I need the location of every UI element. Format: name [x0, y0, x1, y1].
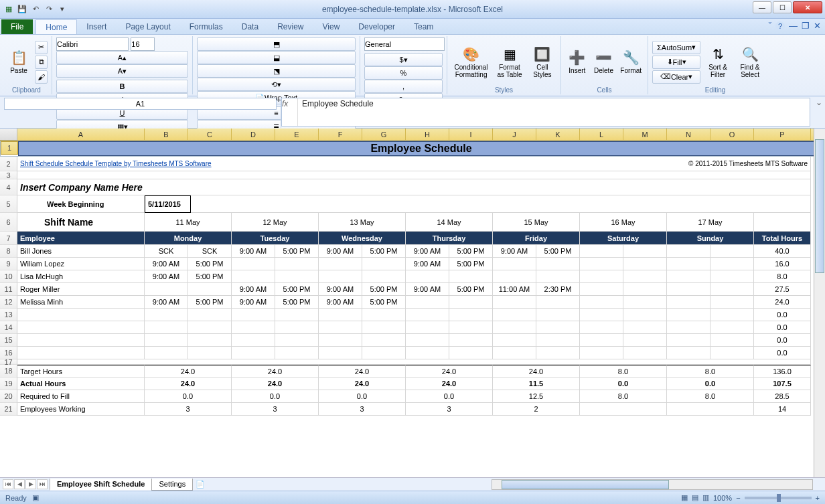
- summary-val[interactable]: 0.0: [145, 390, 232, 403]
- total-hours[interactable]: 16.0: [754, 258, 811, 270]
- shift-cell[interactable]: [188, 283, 232, 296]
- week-begin-value[interactable]: 5/11/2015: [145, 195, 191, 213]
- shift-cell[interactable]: 9:00 AM: [232, 296, 275, 309]
- align-middle-button[interactable]: ⬓: [197, 51, 356, 64]
- decrease-font-button[interactable]: A▾: [56, 64, 188, 78]
- shift-cell[interactable]: [623, 270, 667, 283]
- total-hours[interactable]: 0.0: [754, 347, 811, 359]
- view-layout-button[interactable]: ▤: [692, 493, 698, 502]
- shift-cell[interactable]: [145, 309, 188, 321]
- tab-page-layout[interactable]: Page Layout: [116, 19, 179, 34]
- date-5[interactable]: 16 May: [580, 213, 667, 232]
- shift-cell[interactable]: [275, 258, 319, 270]
- summary-val[interactable]: 8.0: [580, 390, 667, 403]
- bold-button[interactable]: B: [56, 80, 188, 93]
- title-cell[interactable]: Employee Schedule: [18, 141, 824, 156]
- shift-cell[interactable]: [275, 321, 319, 334]
- shift-cell[interactable]: 9:00 AM: [145, 270, 188, 283]
- shift-cell[interactable]: 9:00 AM: [319, 283, 362, 296]
- row-header-3[interactable]: 3: [0, 171, 17, 179]
- shift-cell[interactable]: [580, 296, 623, 309]
- new-sheet-button[interactable]: 📄: [196, 480, 205, 489]
- shift-cell[interactable]: [232, 270, 275, 283]
- undo-icon[interactable]: ↶: [29, 3, 42, 15]
- shift-cell[interactable]: [580, 334, 623, 347]
- row-header-10[interactable]: 10: [0, 270, 17, 283]
- formula-area[interactable]: fx Employee Schedule: [281, 98, 810, 127]
- col-header-F[interactable]: F: [319, 129, 362, 140]
- summary-val[interactable]: 24.0: [319, 365, 406, 377]
- summary-val[interactable]: 24.0: [145, 377, 232, 390]
- blank-cell[interactable]: [191, 195, 811, 213]
- date-0[interactable]: 11 May: [145, 213, 232, 232]
- zoom-out-button[interactable]: −: [736, 494, 740, 502]
- copyright-cell[interactable]: © 2011-2015 Timesheets MTS Software: [362, 157, 811, 171]
- shift-cell[interactable]: 5:00 PM: [275, 296, 319, 309]
- day-header-6[interactable]: Sunday: [667, 232, 754, 245]
- shift-cell[interactable]: 5:00 PM: [449, 258, 493, 270]
- summary-val[interactable]: 24.0: [406, 365, 493, 377]
- shift-cell[interactable]: [667, 296, 710, 309]
- maximize-button[interactable]: ☐: [773, 1, 792, 13]
- employee-name[interactable]: [17, 347, 145, 359]
- macro-record-icon[interactable]: ▣: [32, 493, 39, 502]
- shift-cell[interactable]: [710, 309, 754, 321]
- name-box[interactable]: [4, 98, 277, 110]
- doc-restore-icon[interactable]: ❐: [802, 21, 810, 31]
- cut-button[interactable]: ✂: [35, 41, 48, 54]
- shift-cell[interactable]: [536, 334, 580, 347]
- total-hours[interactable]: 8.0: [754, 270, 811, 283]
- summary-label[interactable]: Actual Hours: [17, 377, 145, 390]
- shift-cell[interactable]: [449, 321, 493, 334]
- hscroll-thumb[interactable]: [502, 480, 669, 489]
- align-top-button[interactable]: ⬒: [197, 37, 356, 51]
- col-header-E[interactable]: E: [275, 129, 319, 140]
- summary-val[interactable]: 24.0: [232, 365, 319, 377]
- shift-cell[interactable]: [667, 270, 710, 283]
- shift-cell[interactable]: [145, 347, 188, 359]
- tab-formulas[interactable]: Formulas: [180, 19, 232, 34]
- vscroll-thumb[interactable]: [815, 139, 824, 273]
- total-hours[interactable]: 0.0: [754, 309, 811, 321]
- row-header-14[interactable]: 14: [0, 321, 17, 334]
- col-header-N[interactable]: N: [667, 129, 710, 140]
- row-header-9[interactable]: 9: [0, 258, 17, 270]
- col-header-K[interactable]: K: [536, 129, 580, 140]
- tab-developer[interactable]: Developer: [349, 19, 404, 34]
- col-header-G[interactable]: G: [362, 129, 406, 140]
- date-1[interactable]: 12 May: [232, 213, 319, 232]
- tab-review[interactable]: Review: [268, 19, 313, 34]
- summary-val[interactable]: 12.5: [493, 390, 580, 403]
- col-header-I[interactable]: I: [449, 129, 493, 140]
- currency-button[interactable]: $▾: [364, 53, 443, 66]
- summary-val[interactable]: 24.0: [145, 365, 232, 377]
- shift-cell[interactable]: [493, 321, 536, 334]
- shift-cell[interactable]: 5:00 PM: [275, 245, 319, 258]
- shift-cell[interactable]: [232, 258, 275, 270]
- total-header[interactable]: Total Hours: [754, 232, 811, 245]
- shift-cell[interactable]: 9:00 AM: [406, 283, 449, 296]
- tab-insert[interactable]: Insert: [77, 19, 116, 34]
- shift-cell[interactable]: [580, 283, 623, 296]
- shift-cell[interactable]: [710, 270, 754, 283]
- shift-cell[interactable]: [667, 334, 710, 347]
- number-format-select[interactable]: [364, 37, 445, 51]
- zoom-slider[interactable]: [745, 497, 812, 499]
- shift-cell[interactable]: [623, 309, 667, 321]
- vertical-scrollbar[interactable]: [814, 129, 825, 477]
- shift-cell[interactable]: [667, 245, 710, 258]
- col-header-A[interactable]: A: [17, 129, 145, 140]
- shift-cell[interactable]: [406, 347, 449, 359]
- col-header-C[interactable]: C: [188, 129, 232, 140]
- shift-cell[interactable]: [493, 270, 536, 283]
- shift-cell[interactable]: [362, 347, 406, 359]
- shift-cell[interactable]: [319, 270, 362, 283]
- summary-val[interactable]: 11.5: [493, 377, 580, 390]
- day-header-0[interactable]: Monday: [145, 232, 232, 245]
- employee-name[interactable]: Roger Miller: [17, 283, 145, 296]
- blank[interactable]: [754, 213, 811, 232]
- shift-cell[interactable]: [188, 309, 232, 321]
- summary-val[interactable]: 0.0: [667, 377, 754, 390]
- employee-name[interactable]: Bill Jones: [17, 245, 145, 258]
- formula-input[interactable]: Employee Schedule: [298, 98, 810, 126]
